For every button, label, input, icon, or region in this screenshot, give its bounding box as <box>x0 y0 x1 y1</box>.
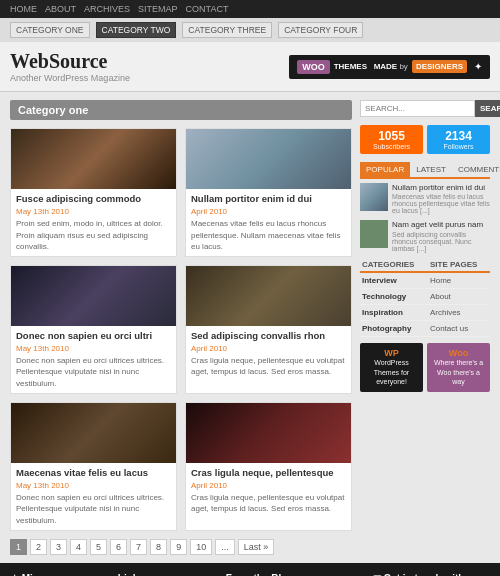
sidebar-post-title[interactable]: Nam aget velit purus nam <box>392 220 490 230</box>
post-excerpt: Cras ligula neque, pellentesque eu volut… <box>191 355 346 377</box>
content-area: Category one Fusce adipiscing commodo Ma… <box>10 100 352 555</box>
sidebar-categories-header: Categories Site Pages Interview Home Tec… <box>360 258 490 337</box>
nav-home[interactable]: Home <box>10 4 37 14</box>
post-title[interactable]: Donec non sapien eu orci ultri <box>16 330 171 342</box>
pagination-dots: ... <box>215 539 235 555</box>
stats-row: 1055 Subscribers 2134 Followers <box>360 125 490 154</box>
sidebar-post-content: Nam aget velit purus nam Sed adipiscing … <box>392 220 490 251</box>
post-excerpt: Donec non sapien eu orci ultrices ultric… <box>16 492 171 526</box>
search-input[interactable] <box>360 100 475 117</box>
twitter-label: Followers <box>431 143 486 150</box>
nav-archives[interactable]: Archives <box>84 4 130 14</box>
page-3[interactable]: 3 <box>50 539 67 555</box>
post-title[interactable]: Maecenas vitae felis eu lacus <box>16 467 171 479</box>
post-thumbnail <box>186 266 351 326</box>
post-excerpt: Donec non sapien eu orci ultrices ultric… <box>16 355 171 389</box>
tab-popular[interactable]: Popular <box>360 162 410 177</box>
table-row: Technology About <box>360 288 490 304</box>
post-body: Cras ligula neque, pellentesque April 20… <box>186 463 351 519</box>
sidebar: SEARCH 1055 Subscribers 2134 Followers P… <box>360 100 490 555</box>
post-title[interactable]: Nullam portitor enim id dui <box>191 193 346 205</box>
post-card: Cras ligula neque, pellentesque April 20… <box>185 402 352 531</box>
post-grid: Fusce adipiscing commodo May 13th 2010 P… <box>10 128 352 531</box>
page-about[interactable]: About <box>428 288 490 304</box>
woo-text: Where there's a Woo there's a way <box>432 358 485 387</box>
tab-latest[interactable]: Latest <box>410 162 452 177</box>
rss-count: 1055 <box>364 129 419 143</box>
page-2[interactable]: 2 <box>30 539 47 555</box>
post-thumbnail <box>11 403 176 463</box>
sidebar-post-thumb <box>360 183 388 211</box>
woothemes-banner[interactable]: Woo Where there's a Woo there's a way <box>427 343 490 392</box>
sidebar-post-thumb <box>360 220 388 248</box>
cat-technology[interactable]: Technology <box>360 288 428 304</box>
page-1[interactable]: 1 <box>10 539 27 555</box>
nav-contact[interactable]: Contact <box>186 4 229 14</box>
post-thumbnail <box>186 403 351 463</box>
woo-logo: Woo <box>432 348 485 358</box>
post-excerpt: Proin sed enim, modo in, ultrices at dol… <box>16 218 171 252</box>
nav-about[interactable]: About <box>45 4 76 14</box>
post-body: Maecenas vitae felis eu lacus May 13th 2… <box>11 463 176 530</box>
cat-four[interactable]: Category Four <box>278 22 363 38</box>
post-card: Maecenas vitae felis eu lacus May 13th 2… <box>10 402 177 531</box>
post-card: Donec non sapien eu orci ultri May 13th … <box>10 265 177 394</box>
page-8[interactable]: 8 <box>150 539 167 555</box>
post-date: April 2010 <box>191 207 346 216</box>
wp-text: WordPress Themes for everyone! <box>365 358 418 387</box>
cat-inspiration[interactable]: Inspiration <box>360 304 428 320</box>
post-body: Sed adipiscing convallis rhon April 2010… <box>186 326 351 382</box>
page-contact[interactable]: Contact us <box>428 320 490 336</box>
sidebar-post-excerpt: Maecenas vitae felis eu lacus rhoncus pe… <box>392 193 490 214</box>
designers-badge: DESIGNERS <box>412 60 467 73</box>
page-home[interactable]: Home <box>428 272 490 289</box>
cat-interview[interactable]: Interview <box>360 272 428 289</box>
pagination-last[interactable]: Last » <box>238 539 275 555</box>
post-title[interactable]: Fusce adipiscing commodo <box>16 193 171 205</box>
categories-col-header: Categories <box>360 258 428 272</box>
designer-icon: ✦ <box>474 61 482 72</box>
post-body: Nullam portitor enim id dui April 2010 M… <box>186 189 351 256</box>
page-9[interactable]: 9 <box>170 539 187 555</box>
sidebar-tabs: Popular Latest Comments <box>360 162 490 179</box>
category-navigation: Category One Category Two Category Three… <box>0 18 500 42</box>
post-title[interactable]: Cras ligula neque, pellentesque <box>191 467 346 479</box>
site-title: WebSource <box>10 50 130 73</box>
cat-three[interactable]: Category Three <box>182 22 272 38</box>
post-card: Sed adipiscing convallis rhon April 2010… <box>185 265 352 394</box>
cat-one[interactable]: Category One <box>10 22 90 38</box>
page-archives[interactable]: Archives <box>428 304 490 320</box>
page-7[interactable]: 7 <box>130 539 147 555</box>
twitter-stat: 2134 Followers <box>427 125 490 154</box>
nav-sitemap[interactable]: Sitemap <box>138 4 178 14</box>
table-row: Photography Contact us <box>360 320 490 336</box>
post-date: May 13th 2010 <box>16 481 171 490</box>
cat-photography[interactable]: Photography <box>360 320 428 336</box>
sidebar-post-title[interactable]: Nullam portitor enim id dui <box>392 183 490 193</box>
tab-comments[interactable]: Comments <box>452 162 500 177</box>
post-thumbnail <box>11 129 176 189</box>
header-banner[interactable]: WOO THEMES MADE by DESIGNERS ✦ <box>289 55 490 79</box>
post-excerpt: Cras ligula neque, pellentesque eu volut… <box>191 492 346 514</box>
sidebar-post-1: Nullam portitor enim id dui Maecenas vit… <box>360 183 490 214</box>
post-body: Donec non sapien eu orci ultri May 13th … <box>11 326 176 393</box>
sidebar-post-excerpt: Sed adipiscing convallis rhoncus consequ… <box>392 231 490 252</box>
page-6[interactable]: 6 <box>110 539 127 555</box>
categories-table: Categories Site Pages Interview Home Tec… <box>360 258 490 337</box>
sidebar-banners: WP WordPress Themes for everyone! Woo Wh… <box>360 343 490 392</box>
page-5[interactable]: 5 <box>90 539 107 555</box>
post-date: April 2010 <box>191 344 346 353</box>
site-header: WebSource Another WordPress Magazine WOO… <box>0 42 500 92</box>
page-4[interactable]: 4 <box>70 539 87 555</box>
post-thumbnail <box>11 266 176 326</box>
table-row: Inspiration Archives <box>360 304 490 320</box>
wordpress-banner[interactable]: WP WordPress Themes for everyone! <box>360 343 423 392</box>
twitter-count: 2134 <box>431 129 486 143</box>
table-row: Interview Home <box>360 272 490 289</box>
page-10[interactable]: 10 <box>190 539 212 555</box>
search-box: SEARCH <box>360 100 490 117</box>
post-title[interactable]: Sed adipiscing convallis rhon <box>191 330 346 342</box>
woo-logo: WOO <box>297 60 330 74</box>
cat-two[interactable]: Category Two <box>96 22 177 38</box>
search-button[interactable]: SEARCH <box>475 100 500 117</box>
